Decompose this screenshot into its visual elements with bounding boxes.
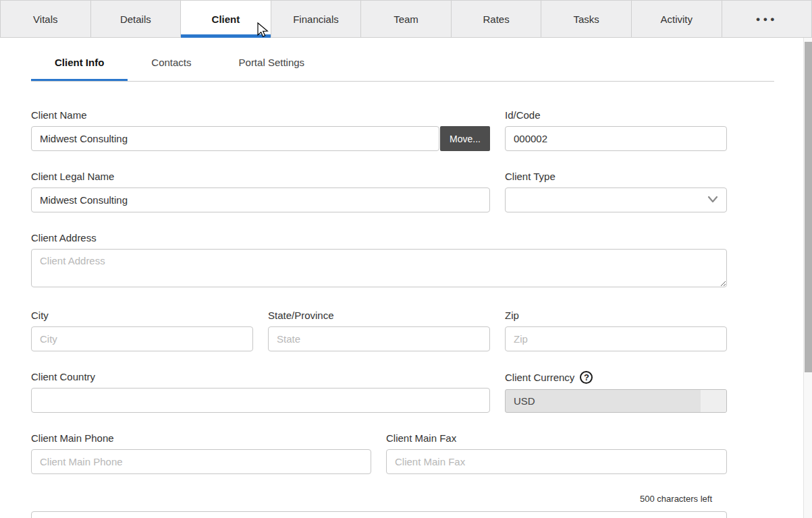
client-notes-textarea[interactable] xyxy=(31,511,727,518)
subtab-contacts[interactable]: Contacts xyxy=(128,51,215,81)
client-type-select[interactable] xyxy=(505,188,727,212)
id-code-input[interactable] xyxy=(505,126,727,151)
move-button[interactable]: Move... xyxy=(440,126,490,151)
client-currency-label: Client Currency xyxy=(505,372,574,383)
chevron-down-icon xyxy=(707,196,718,204)
vertical-scrollbar-track[interactable] xyxy=(803,38,812,518)
client-address-label: Client Address xyxy=(31,232,727,243)
client-type-label: Client Type xyxy=(505,171,727,182)
client-main-phone-label: Client Main Phone xyxy=(31,432,371,444)
notes-characters-left: 500 characters left xyxy=(31,494,727,504)
client-info-form: Client Name Move... Id/Code Client Legal… xyxy=(31,109,727,518)
tab-team[interactable]: Team xyxy=(361,1,452,38)
zip-label: Zip xyxy=(505,310,727,321)
more-tabs-button[interactable]: ●●● xyxy=(722,1,812,38)
client-legal-name-input[interactable] xyxy=(31,188,490,212)
client-main-fax-input[interactable] xyxy=(386,449,727,474)
tab-activity[interactable]: Activity xyxy=(632,1,722,38)
tab-client[interactable]: Client xyxy=(181,1,271,38)
client-main-phone-input[interactable] xyxy=(31,449,371,474)
id-code-label: Id/Code xyxy=(505,109,727,121)
client-name-label: Client Name xyxy=(31,109,490,121)
client-country-label: Client Country xyxy=(31,371,490,382)
state-input[interactable] xyxy=(268,326,490,351)
vertical-scrollbar-thumb[interactable] xyxy=(805,42,812,372)
subtab-portal-settings[interactable]: Portal Settings xyxy=(215,51,329,81)
city-label: City xyxy=(31,310,253,321)
client-address-textarea[interactable] xyxy=(31,249,727,287)
client-country-input[interactable] xyxy=(31,388,490,413)
main-tab-bar: Vitals Details Client Financials Team Ra… xyxy=(0,0,812,38)
tab-vitals[interactable]: Vitals xyxy=(0,1,91,38)
subtab-client-info[interactable]: Client Info xyxy=(31,51,128,81)
currency-field-cap xyxy=(701,390,726,412)
tab-financials[interactable]: Financials xyxy=(271,1,362,38)
tab-rates[interactable]: Rates xyxy=(452,1,542,38)
client-currency-field: USD xyxy=(505,389,727,413)
state-province-label: State/Province xyxy=(268,310,490,321)
zip-input[interactable] xyxy=(505,326,727,351)
client-name-input[interactable] xyxy=(31,126,439,151)
client-main-fax-label: Client Main Fax xyxy=(386,432,727,444)
client-legal-name-label: Client Legal Name xyxy=(31,171,490,182)
client-currency-value: USD xyxy=(514,395,535,407)
client-sub-tab-bar: Client Info Contacts Portal Settings xyxy=(31,51,774,82)
help-icon[interactable]: ? xyxy=(580,371,593,384)
tab-details[interactable]: Details xyxy=(91,1,182,38)
tab-tasks[interactable]: Tasks xyxy=(541,1,632,38)
city-input[interactable] xyxy=(31,326,253,351)
